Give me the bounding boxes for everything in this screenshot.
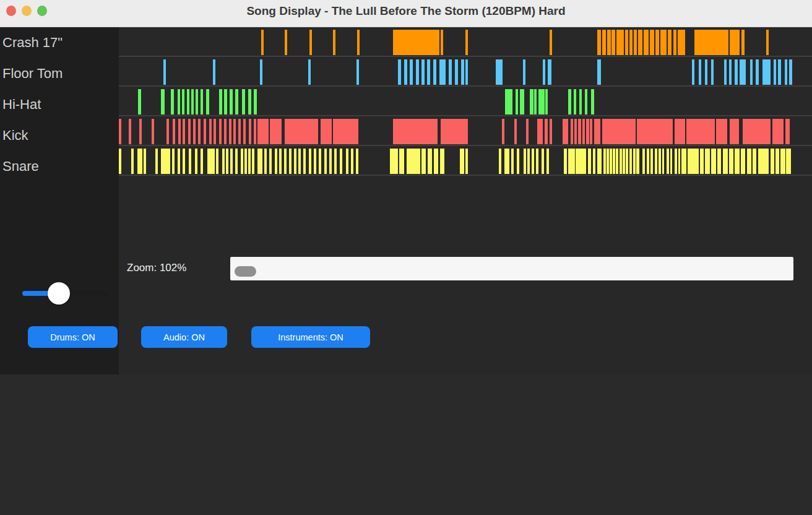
note-kick [785, 119, 790, 144]
note-snare [207, 149, 215, 174]
note-snare [189, 149, 191, 174]
note-crash-17 [465, 30, 468, 55]
note-snare [546, 149, 549, 174]
note-kick [321, 119, 332, 144]
note-snare [568, 149, 575, 174]
drums-toggle-button[interactable]: Drums: ON [28, 326, 118, 348]
zoom-slider[interactable] [22, 291, 107, 296]
note-snare [633, 149, 636, 174]
note-hi-hat [178, 89, 180, 115]
note-kick [209, 119, 212, 144]
note-kick [224, 119, 227, 144]
timeline-scrollbar-thumb[interactable] [235, 266, 256, 277]
note-hi-hat [505, 89, 512, 115]
note-kick [393, 119, 438, 144]
note-kick [173, 119, 175, 144]
note-snare [356, 149, 358, 174]
note-kick [526, 119, 529, 144]
lane-hi-hat [119, 87, 812, 116]
note-kick [243, 119, 246, 144]
note-floor-tom [410, 59, 413, 85]
note-hi-hat [568, 89, 571, 115]
note-floor-tom [692, 59, 694, 85]
note-snare [222, 149, 225, 174]
note-snare [264, 149, 267, 174]
note-kick [716, 119, 727, 144]
audio-toggle-button[interactable]: Audio: ON [141, 326, 227, 348]
note-kick [178, 119, 181, 144]
transport-panel: Mapped Raw MIDI Play 00:00 / 03:57 [0, 374, 812, 515]
note-snare [613, 149, 615, 174]
note-snare [137, 149, 142, 174]
instruments-toggle-button[interactable]: Instruments: ON [251, 326, 370, 348]
note-crash-17 [678, 30, 685, 55]
note-floor-tom [597, 59, 601, 85]
note-snare [226, 149, 228, 174]
timeline-scrollbar[interactable] [230, 257, 793, 280]
note-hi-hat [520, 89, 524, 115]
note-snare [650, 149, 653, 174]
note-kick [537, 119, 543, 144]
note-snare [786, 149, 791, 174]
note-kick [743, 119, 771, 144]
note-snare [741, 149, 745, 174]
note-kick [204, 119, 206, 144]
note-snare [309, 149, 311, 174]
note-floor-tom [260, 59, 262, 85]
note-floor-tom [163, 59, 166, 85]
note-floor-tom [461, 59, 464, 85]
note-snare [511, 149, 514, 174]
note-snare [183, 149, 185, 174]
note-crash-17 [309, 30, 312, 55]
note-snare [172, 149, 175, 174]
note-kick [229, 119, 231, 144]
note-floor-tom [213, 59, 215, 85]
note-floor-tom [427, 59, 430, 85]
note-kick [545, 119, 548, 144]
zoom-slider-thumb[interactable] [48, 282, 70, 305]
note-kick [183, 119, 185, 144]
note-snare [517, 149, 519, 174]
note-snare [303, 149, 306, 174]
note-kick [563, 119, 568, 144]
note-kick [441, 119, 468, 144]
note-crash-17 [285, 30, 287, 55]
note-kick [590, 119, 592, 144]
note-floor-tom [740, 59, 746, 85]
note-snare [421, 149, 426, 174]
note-snare [289, 149, 292, 174]
note-floor-tom [308, 59, 311, 85]
note-floor-tom [433, 59, 436, 85]
note-floor-tom [449, 59, 452, 85]
note-floor-tom [756, 59, 759, 85]
note-kick [333, 119, 358, 144]
note-snare [119, 149, 121, 174]
note-hi-hat [191, 89, 194, 115]
note-kick [686, 119, 715, 144]
note-hi-hat [591, 89, 594, 115]
note-snare [279, 149, 282, 174]
note-snare [201, 149, 203, 174]
note-snare [269, 149, 272, 174]
note-kick [772, 119, 784, 144]
note-crash-17 [668, 30, 672, 55]
note-kick [571, 119, 573, 144]
note-crash-17 [393, 30, 439, 55]
note-hi-hat [201, 89, 203, 115]
lane-label-hi-hat: Hi-Hat [0, 89, 119, 120]
note-snare [324, 149, 327, 174]
note-crash-17 [616, 30, 624, 55]
note-floor-tom [774, 59, 776, 85]
note-crash-17 [650, 30, 654, 55]
note-floor-tom [705, 59, 707, 85]
note-kick [188, 119, 191, 144]
note-snare [771, 149, 774, 174]
note-hi-hat [171, 89, 174, 115]
note-snare [729, 149, 733, 174]
note-crash-17 [655, 30, 659, 55]
note-crash-17 [357, 30, 360, 55]
note-snare [527, 149, 530, 174]
note-kick [166, 119, 169, 144]
note-snare [667, 149, 669, 174]
note-crash-17 [550, 30, 552, 55]
